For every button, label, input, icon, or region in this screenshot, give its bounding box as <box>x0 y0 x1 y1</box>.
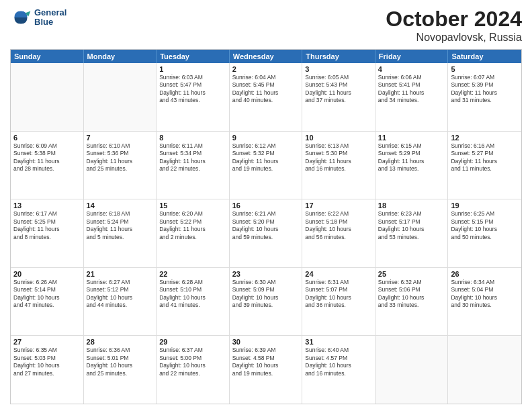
cell-line: Sunset: 5:47 PM <box>159 81 226 89</box>
calendar-cell: 22Sunrise: 6:28 AMSunset: 5:10 PMDayligh… <box>157 268 230 336</box>
cell-line: and 59 minutes. <box>232 234 300 241</box>
calendar-cell: 26Sunrise: 6:34 AMSunset: 5:04 PMDayligh… <box>448 268 521 336</box>
calendar-cell <box>448 336 521 404</box>
cell-line: Daylight: 11 hours <box>159 89 226 97</box>
cell-line: and 25 minutes. <box>87 370 154 377</box>
calendar-cell: 21Sunrise: 6:27 AMSunset: 5:12 PMDayligh… <box>84 268 157 336</box>
cell-line: Sunset: 5:14 PM <box>13 286 81 293</box>
day-number: 2 <box>232 65 300 73</box>
day-number: 6 <box>13 134 81 142</box>
calendar-cell: 6Sunrise: 6:09 AMSunset: 5:38 PMDaylight… <box>11 132 84 199</box>
weekday-header: Sunday <box>11 50 84 63</box>
cell-line: Daylight: 10 hours <box>305 294 372 302</box>
cell-line: Sunset: 5:03 PM <box>13 355 81 362</box>
cell-line: Sunset: 5:06 PM <box>378 286 445 293</box>
weekday-header: Thursday <box>302 50 375 63</box>
logo-line1: General <box>34 8 66 17</box>
cell-line: Sunset: 5:09 PM <box>232 286 300 293</box>
calendar-cell: 2Sunrise: 6:04 AMSunset: 5:45 PMDaylight… <box>230 63 303 131</box>
calendar-cell: 17Sunrise: 6:22 AMSunset: 5:18 PMDayligh… <box>302 199 375 267</box>
weekday-header: Saturday <box>448 50 521 63</box>
cell-line: Sunrise: 6:26 AM <box>13 279 81 286</box>
cell-line: and 53 minutes. <box>378 234 445 241</box>
day-number: 4 <box>378 65 445 73</box>
cell-line: Sunrise: 6:15 AM <box>378 142 445 150</box>
calendar-row: 27Sunrise: 6:35 AMSunset: 5:03 PMDayligh… <box>11 335 521 404</box>
calendar-cell: 7Sunrise: 6:10 AMSunset: 5:36 PMDaylight… <box>84 132 157 199</box>
calendar-cell: 28Sunrise: 6:36 AMSunset: 5:01 PMDayligh… <box>84 336 157 404</box>
calendar-cell: 18Sunrise: 6:23 AMSunset: 5:17 PMDayligh… <box>375 199 449 267</box>
cell-line: and 19 minutes. <box>232 370 300 377</box>
location: Novopavlovsk, Russia <box>386 32 522 44</box>
cell-line: Sunrise: 6:34 AM <box>451 279 519 286</box>
cell-line: Sunrise: 6:13 AM <box>305 142 372 150</box>
cell-line: Sunrise: 6:12 AM <box>232 142 300 150</box>
cell-line: Daylight: 10 hours <box>232 226 300 233</box>
calendar-cell: 5Sunrise: 6:07 AMSunset: 5:39 PMDaylight… <box>448 63 521 131</box>
cell-line: Sunrise: 6:40 AM <box>305 347 372 354</box>
calendar-body: 1Sunrise: 6:03 AMSunset: 5:47 PMDaylight… <box>11 63 521 404</box>
day-number: 27 <box>13 338 81 346</box>
cell-line: Daylight: 11 hours <box>159 226 226 233</box>
day-number: 29 <box>159 338 226 346</box>
calendar: SundayMondayTuesdayWednesdayThursdayFrid… <box>10 49 522 404</box>
cell-line: Sunrise: 6:27 AM <box>87 279 154 286</box>
cell-line: Sunset: 5:00 PM <box>159 355 226 362</box>
weekday-header: Monday <box>84 50 157 63</box>
cell-line: Sunrise: 6:22 AM <box>305 210 372 218</box>
cell-line: and 33 minutes. <box>378 302 445 309</box>
cell-line: and 16 minutes. <box>305 165 372 173</box>
cell-line: and 19 minutes. <box>232 165 300 173</box>
cell-line: and 47 minutes. <box>13 302 81 309</box>
cell-line: Sunset: 4:58 PM <box>232 355 300 362</box>
cell-line: Daylight: 10 hours <box>13 362 81 369</box>
cell-line: Sunset: 5:36 PM <box>87 150 154 157</box>
cell-line: Sunrise: 6:36 AM <box>87 347 154 354</box>
day-number: 26 <box>451 270 519 278</box>
calendar-header: SundayMondayTuesdayWednesdayThursdayFrid… <box>11 50 521 63</box>
cell-line: Sunrise: 6:10 AM <box>87 142 154 150</box>
calendar-cell: 30Sunrise: 6:39 AMSunset: 4:58 PMDayligh… <box>230 336 303 404</box>
day-number: 25 <box>378 270 445 278</box>
calendar-cell: 29Sunrise: 6:37 AMSunset: 5:00 PMDayligh… <box>157 336 230 404</box>
cell-line: Sunrise: 6:28 AM <box>159 279 226 286</box>
cell-line: and 25 minutes. <box>87 165 154 173</box>
cell-line: Sunset: 5:22 PM <box>159 218 226 226</box>
day-number: 31 <box>305 338 372 346</box>
cell-line: and 34 minutes. <box>378 97 445 104</box>
cell-line: Sunset: 5:45 PM <box>232 81 300 89</box>
cell-line: Sunrise: 6:30 AM <box>232 279 300 286</box>
month-title: October 2024 <box>386 7 522 32</box>
cell-line: Daylight: 11 hours <box>87 226 154 233</box>
day-number: 5 <box>451 65 519 73</box>
calendar-cell <box>11 63 84 131</box>
calendar-cell: 14Sunrise: 6:18 AMSunset: 5:24 PMDayligh… <box>84 199 157 267</box>
calendar-cell: 12Sunrise: 6:16 AMSunset: 5:27 PMDayligh… <box>448 132 521 199</box>
calendar-row: 13Sunrise: 6:17 AMSunset: 5:25 PMDayligh… <box>11 199 521 267</box>
cell-line: Sunrise: 6:37 AM <box>159 347 226 354</box>
day-number: 3 <box>305 65 372 73</box>
calendar-row: 20Sunrise: 6:26 AMSunset: 5:14 PMDayligh… <box>11 267 521 336</box>
day-number: 8 <box>159 134 226 142</box>
cell-line: Sunset: 5:30 PM <box>305 150 372 157</box>
cell-line: Sunset: 5:17 PM <box>378 218 445 226</box>
cell-line: Sunrise: 6:04 AM <box>232 74 300 81</box>
cell-line: and 40 minutes. <box>232 97 300 104</box>
cell-line: Sunset: 5:27 PM <box>451 150 519 157</box>
cell-line: and 36 minutes. <box>305 302 372 309</box>
cell-line: and 30 minutes. <box>451 302 519 309</box>
cell-line: and 22 minutes. <box>159 165 226 173</box>
day-number: 16 <box>232 201 300 210</box>
cell-line: and 13 minutes. <box>378 165 445 173</box>
cell-line: Sunrise: 6:20 AM <box>159 210 226 218</box>
calendar-cell: 31Sunrise: 6:40 AMSunset: 4:57 PMDayligh… <box>302 336 375 404</box>
calendar-cell: 16Sunrise: 6:21 AMSunset: 5:20 PMDayligh… <box>230 199 303 267</box>
weekday-header: Tuesday <box>157 50 230 63</box>
cell-line: Daylight: 10 hours <box>451 226 519 233</box>
cell-line: Daylight: 11 hours <box>13 158 81 165</box>
title-block: October 2024 Novopavlovsk, Russia <box>386 7 522 44</box>
cell-line: Sunrise: 6:07 AM <box>451 74 519 81</box>
cell-line: Sunrise: 6:25 AM <box>451 210 519 218</box>
cell-line: Sunrise: 6:11 AM <box>159 142 226 150</box>
day-number: 17 <box>305 201 372 210</box>
